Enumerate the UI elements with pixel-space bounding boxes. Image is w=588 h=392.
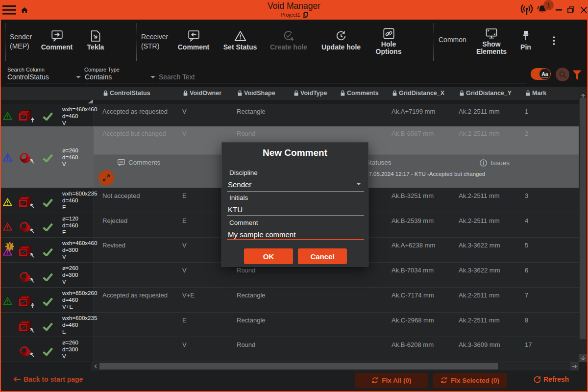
column-header-label: GridDistance_Y	[466, 90, 512, 97]
check-icon	[43, 322, 53, 331]
scroll-left-button[interactable]	[91, 362, 99, 370]
cell-voidshape: Rectangle	[237, 292, 266, 299]
cancel-button[interactable]: Cancel	[298, 248, 347, 264]
minimize-icon	[556, 9, 562, 11]
back-to-start-link[interactable]: Back to start page	[13, 375, 83, 383]
column-header-label: GridDistance_X	[399, 90, 444, 97]
vertical-scroll-thumb[interactable]	[580, 98, 586, 339]
column-header-label: VoidShape	[244, 90, 275, 97]
restore-button[interactable]	[564, 0, 578, 20]
toolbar-button-set-status[interactable]: Set Status	[220, 29, 260, 51]
toolbar-button-tekla[interactable]: Tekla	[76, 29, 115, 51]
toolbar-group-sender: Sender(MEP)	[10, 32, 32, 51]
toolbar-button-update-hole[interactable]: Update hole	[318, 29, 364, 51]
chevron-down-icon[interactable]	[356, 183, 361, 185]
search-text-input[interactable]: Search Text	[159, 73, 195, 81]
column-header-controlstatus[interactable]: ControlStatus	[103, 90, 150, 97]
cell-mark: 6	[525, 267, 528, 274]
toolbar-separator	[5, 24, 6, 61]
cell-controlstatus: Accepted as requested	[102, 292, 168, 299]
fix-selected-button[interactable]: Fix Selected (0)	[433, 373, 507, 388]
fix-selected-icon	[441, 377, 447, 384]
column-header-griddistance_y[interactable]: GridDistance_Y	[460, 90, 512, 97]
ok-button[interactable]: OK	[244, 248, 293, 264]
cell-voidshape: Round	[237, 130, 255, 137]
column-header-voidtype[interactable]: VoidType	[294, 90, 327, 97]
status-severity-icon	[2, 246, 13, 256]
#e0d01d-warning-triangle-icon	[3, 198, 12, 206]
copy-icon[interactable]	[303, 12, 308, 18]
table-row[interactable]: wxh=850x260d=460V+EAccepted as requested…	[1, 288, 579, 313]
cell-griddistance_y: Ak.2-2511 mm	[459, 130, 500, 137]
unpinned-icon	[29, 228, 35, 234]
column-header-comments[interactable]: Comments	[341, 90, 379, 97]
table-row[interactable]: ø=260d=300VVRoundAk.B-6208 mmAk.3-3609 m…	[1, 337, 579, 362]
lock-icon	[103, 90, 108, 96]
toolbar-more-button[interactable]	[549, 33, 559, 48]
compare-type-select[interactable]: Contains	[85, 73, 112, 81]
chevron-down-icon[interactable]	[76, 76, 81, 78]
toolbar-button-receiver-comment[interactable]: Comment	[174, 29, 213, 51]
initials-input[interactable]: KTU	[228, 205, 243, 214]
table-header: ControlStatus VoidOwner VoidShape VoidTy…	[1, 87, 579, 104]
toolbar-button-label: Comment	[174, 43, 213, 51]
lock-icon	[238, 90, 242, 96]
toolbar-button-hole-options[interactable]: HoleOptions	[368, 27, 409, 55]
filter-button[interactable]	[572, 70, 582, 80]
toolbar-button-pin[interactable]: Pin	[512, 29, 539, 51]
expand-comments-button[interactable]	[98, 170, 114, 186]
gear-badge-icon	[5, 242, 14, 251]
broadcast-button[interactable]	[518, 0, 535, 20]
toolbar-button-sender-comment[interactable]: Comment	[37, 29, 76, 51]
horizontal-scroll-thumb[interactable]	[99, 363, 498, 369]
search-column-select[interactable]: ControlStatus	[7, 73, 49, 81]
pin-state-icon	[31, 303, 34, 308]
search-button[interactable]	[556, 68, 569, 81]
check-icon	[43, 223, 53, 231]
check-icon	[43, 273, 53, 281]
horizontal-scrollbar[interactable]	[91, 362, 579, 370]
lock-icon	[526, 90, 530, 96]
#0e800e-warning-triangle-icon	[3, 112, 12, 120]
cell-voidshape: Rectangle	[237, 317, 266, 324]
column-header-voidshape[interactable]: VoidShape	[238, 90, 275, 97]
project-row: Project1	[0, 12, 588, 18]
pin-state-icon	[29, 228, 35, 234]
comment-input[interactable]: My sample comment	[228, 230, 295, 239]
table-row[interactable]: wxh=460x460d=460VAccepted as requestedVR…	[1, 104, 579, 126]
column-header-voidowner[interactable]: VoidOwner	[183, 90, 221, 97]
detail-comments-header: Comments	[118, 159, 160, 166]
cell-mark: 5	[525, 242, 528, 249]
close-button[interactable]	[578, 0, 588, 20]
column-header-griddistance_x[interactable]: GridDistance_X	[392, 90, 444, 97]
toolbar-button-show-elements[interactable]: ShowElements	[470, 27, 513, 55]
cell-voidowner: V	[182, 108, 187, 115]
table-row[interactable]: wxh=600x235d=460EERectangleAk.C-2968 mmA…	[1, 313, 579, 338]
scroll-right-button[interactable]	[570, 362, 579, 370]
row-cells-background	[94, 337, 579, 362]
cell-griddistance_x: Ak.C-2968 mm	[392, 317, 434, 324]
cell-voidshape: Round	[237, 341, 255, 348]
column-header-label: Comments	[347, 90, 379, 97]
toolbar-separator	[136, 24, 137, 61]
pin-state-icon	[31, 118, 34, 122]
chevron-down-icon[interactable]	[150, 76, 155, 78]
pin-state-icon	[29, 158, 35, 165]
vertical-scrollbar[interactable]	[579, 87, 587, 362]
cell-controlstatus: Accepted as requested	[102, 108, 168, 115]
toolbar-button-label: Create hole	[266, 43, 311, 51]
refresh-button[interactable]: Refresh	[534, 375, 569, 383]
status-entry: 07.05.2024 12:17 - KTU -Accepted but cha…	[366, 171, 485, 177]
column-header-mark[interactable]: Mark	[526, 90, 546, 97]
pin-icon	[512, 29, 539, 42]
rectangular-void-icon	[18, 296, 31, 307]
header-corner-triangle[interactable]	[88, 99, 93, 103]
fix-all-button[interactable]: Fix All (0)	[355, 373, 428, 388]
scroll-down-button[interactable]	[579, 354, 587, 362]
discipline-select[interactable]: Sender	[228, 180, 251, 189]
match-case-toggle[interactable]: Aa	[531, 68, 551, 80]
column-header-label: Mark	[532, 90, 546, 97]
row-check-icon	[42, 322, 53, 332]
#cf1717-warning-triangle-icon	[3, 222, 12, 231]
toolbar-button-create-hole[interactable]: Create hole	[266, 29, 311, 51]
